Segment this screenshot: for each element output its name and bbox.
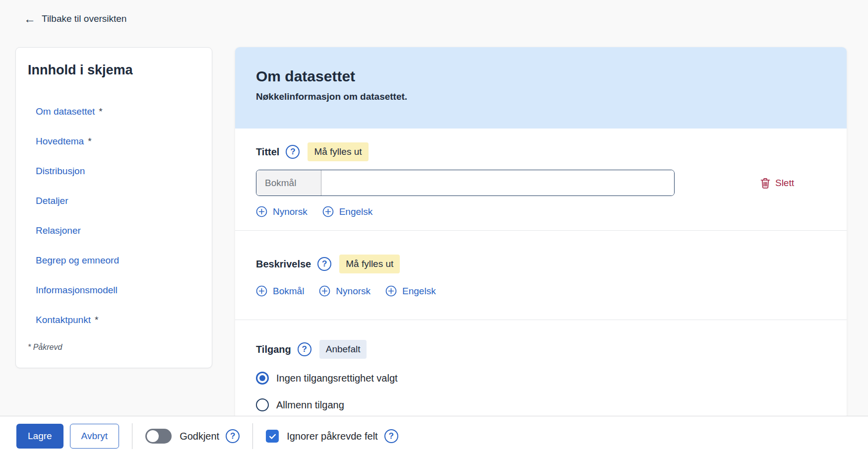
add-engelsk-button[interactable]: Engelsk [385,285,436,297]
required-asterisk: * [88,136,91,147]
beskrivelse-label: Beskrivelse [256,259,311,270]
required-note: * Påkrevd [28,343,200,352]
plus-circle-icon [385,285,397,297]
add-nynorsk-button[interactable]: Nynorsk [256,206,308,217]
tittel-label: Tittel [256,146,279,158]
beskrivelse-required-badge: Må fylles ut [339,255,400,273]
panel-subtitle: Nøkkelinformasjon om datasettet. [256,91,847,102]
tittel-required-badge: Må fylles ut [308,142,368,161]
tittel-help-icon[interactable]: ? [286,145,300,159]
sidebar-item-label: Begrep og emneord [36,255,119,266]
approved-toggle-label: Godkjent [180,431,219,442]
radio-unselected-icon [256,398,269,411]
sidebar-item-informasjonsmodell[interactable]: Informasjonsmodell [28,275,200,305]
tittel-bokmal-input[interactable] [321,170,674,195]
add-nynorsk-button[interactable]: Nynorsk [319,285,371,297]
sidebar-item-label: Detaljer [36,195,68,206]
plus-circle-icon [256,285,267,297]
toggle-knob [147,430,159,442]
beskrivelse-help-icon[interactable]: ? [317,257,331,271]
trash-icon [760,178,770,189]
add-link-label: Engelsk [402,286,436,297]
sidebar-title: Innhold i skjema [28,63,200,78]
section-tilgang: Tilgang ? Anbefalt Ingen tilgangsrettigh… [235,320,847,425]
sidebar-item-hovedtema[interactable]: Hovedtema* [28,127,200,156]
divider [252,423,253,449]
ignore-required-checkbox[interactable] [266,430,279,443]
sidebar-item-om-datasettet[interactable]: Om datasettet* [28,97,200,127]
plus-circle-icon [319,285,330,297]
sidebar-nav: Om datasettet* Hovedtema* Distribusjon D… [28,97,200,335]
required-asterisk: * [99,106,102,117]
save-button[interactable]: Lagre [16,424,63,449]
tittel-delete-button[interactable]: Slett [760,178,794,189]
plus-circle-icon [322,206,334,217]
radio-label: Ingen tilgangsrettighet valgt [276,373,398,384]
add-link-label: Nynorsk [273,206,308,217]
sidebar-item-label: Relasjoner [36,225,81,236]
section-beskrivelse: Beskrivelse ? Må fylles ut Bokmål Nynors… [235,231,847,320]
sidebar-item-label: Distribusjon [36,166,85,177]
panel-title: Om datasettet [256,68,847,85]
add-link-label: Nynorsk [336,286,371,297]
checkmark-icon [268,432,277,441]
tittel-language-prefix: Bokmål [256,170,321,195]
tittel-input-group: Bokmål [256,170,675,196]
arrow-left-icon: ← [24,13,36,25]
sidebar-item-detaljer[interactable]: Detaljer [28,186,200,216]
tilgang-label: Tilgang [256,344,291,355]
form-contents-sidebar: Innhold i skjema Om datasettet* Hovedtem… [15,47,212,368]
add-engelsk-button[interactable]: Engelsk [322,206,373,217]
required-asterisk: * [95,315,98,326]
sidebar-item-label: Om datasettet [36,106,95,117]
sidebar-item-kontaktpunkt[interactable]: Kontaktpunkt* [28,305,200,335]
footer-action-bar: Lagre Avbryt Godkjent ? Ignorer påkrevde… [0,416,868,456]
radio-selected-icon [256,372,269,385]
sidebar-item-begrep-og-emneord[interactable]: Begrep og emneord [28,246,200,275]
ignore-required-label: Ignorer påkrevde felt [287,431,377,442]
tilgang-recommended-badge: Anbefalt [319,340,367,359]
panel-header: Om datasettet Nøkkelinformasjon om datas… [235,47,847,129]
plus-circle-icon [256,206,267,217]
om-datasettet-panel: Om datasettet Nøkkelinformasjon om datas… [235,47,847,456]
sidebar-item-distribusjon[interactable]: Distribusjon [28,156,200,186]
add-link-label: Engelsk [339,206,373,217]
back-link-label: Tilbake til oversikten [42,13,126,24]
delete-label: Slett [775,178,794,189]
ignore-required-help-icon[interactable]: ? [384,429,398,443]
approved-toggle[interactable] [145,429,172,444]
add-bokmal-button[interactable]: Bokmål [256,285,304,297]
sidebar-item-label: Kontaktpunkt [36,315,91,326]
cancel-button[interactable]: Avbryt [70,424,120,449]
approved-help-icon[interactable]: ? [226,429,240,443]
radio-label: Allmenn tilgang [276,399,344,411]
sidebar-item-relasjoner[interactable]: Relasjoner [28,216,200,246]
add-link-label: Bokmål [273,286,304,297]
radio-allmenn-tilgang[interactable]: Allmenn tilgang [256,397,826,412]
radio-ingen-tilgangsrettighet[interactable]: Ingen tilgangsrettighet valgt [256,371,826,386]
divider [132,423,132,449]
sidebar-item-label: Hovedtema [36,136,84,147]
section-tittel: Tittel ? Må fylles ut Bokmål Slett [235,129,847,231]
tilgang-help-icon[interactable]: ? [298,342,311,356]
sidebar-item-label: Informasjonsmodell [36,285,118,296]
back-to-overview-link[interactable]: ← Tilbake til oversikten [24,13,126,25]
